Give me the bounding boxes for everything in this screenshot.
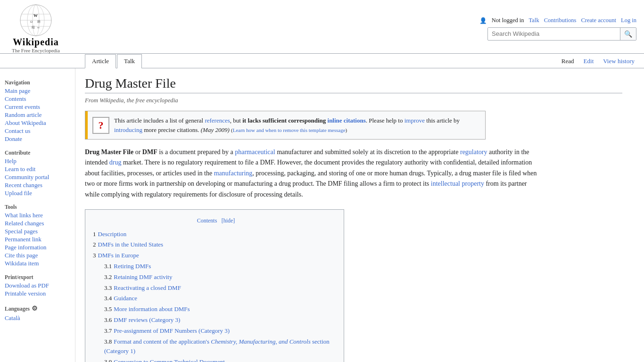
inline-citations-link[interactable]: inline citations <box>328 117 366 124</box>
toc-num: 3.9 <box>104 358 112 362</box>
tabs-row: Article Talk Read Edit View history <box>0 54 644 68</box>
toc-link-guidance[interactable]: Guidance <box>114 295 137 302</box>
notice-icon-area: ? <box>88 111 114 139</box>
tab-view-history[interactable]: View history <box>598 55 639 68</box>
sidebar-item-related-changes[interactable]: Related changes <box>5 220 75 228</box>
sidebar-item-recent-changes[interactable]: Recent changes <box>5 181 75 189</box>
log-in-link[interactable]: Log in <box>621 17 636 24</box>
toc-link-dmf-reviews[interactable]: DMF reviews (Category 3) <box>114 316 180 323</box>
sidebar-item-about-wikipedia[interactable]: About Wikipedia <box>5 119 75 127</box>
toc-num: 3.5 <box>104 305 112 313</box>
table-of-contents: Contents [hide] 1Description 2DMFs in th… <box>85 209 344 362</box>
sidebar-item-page-information[interactable]: Page information <box>5 244 75 252</box>
toc-link-retiring[interactable]: Retiring DMFs <box>114 263 151 270</box>
introducing-link[interactable]: introducing <box>114 126 142 133</box>
learn-link[interactable]: Learn how and when to remove this templa… <box>233 127 346 133</box>
print-links: Download as PDF Printable version <box>5 282 75 298</box>
user-bar: 👤 Not logged in Talk Contributions Creat… <box>479 17 636 25</box>
toc-item: 3.1Retiring DMFs <box>104 262 336 272</box>
toc-link-more-info[interactable]: More information about DMFs <box>114 305 190 313</box>
search-button[interactable]: 🔍 <box>620 28 636 40</box>
toc-sub-list: 3.1Retiring DMFs 3.2Retaining DMF activi… <box>93 262 336 362</box>
sidebar-item-community-portal[interactable]: Community portal <box>5 173 75 181</box>
sidebar-item-download-pdf[interactable]: Download as PDF <box>5 282 75 290</box>
page-subtitle: From Wikipedia, the free encyclopedia <box>85 97 622 104</box>
toc-link-reactivating[interactable]: Reactivating a closed DMF <box>114 284 181 291</box>
toc-link-format[interactable]: Format and content of the application's … <box>104 338 330 355</box>
sidebar-item-learn-to-edit[interactable]: Learn to edit <box>5 165 75 173</box>
toc-num: 3 <box>93 252 96 259</box>
toc-link-dmfs-us[interactable]: DMFs in the United States <box>98 241 164 248</box>
sidebar-item-catala[interactable]: Català <box>5 314 75 322</box>
wikipedia-logo[interactable]: W Ω 維 縦 ω <box>19 4 52 37</box>
talk-link[interactable]: Talk <box>529 17 539 24</box>
logo-area: W Ω 維 縦 ω Wikipedia The Free Encyclopedi… <box>8 4 64 53</box>
notice-box: ? This article includes a list of genera… <box>85 111 486 140</box>
toc-item: 3.7Pre-assignment of DMF Numbers (Catego… <box>104 326 336 336</box>
tools-section-title: Tools <box>5 204 75 210</box>
sidebar-item-donate[interactable]: Donate <box>5 135 75 143</box>
sidebar-item-upload-file[interactable]: Upload file <box>5 189 75 197</box>
svg-text:Ω: Ω <box>30 20 33 24</box>
manufacturing-link[interactable]: manufacturing <box>214 170 253 177</box>
toc-hide-link[interactable]: [hide] <box>222 217 235 224</box>
tab-read[interactable]: Read <box>557 55 579 68</box>
toc-num: 3.4 <box>104 295 112 302</box>
svg-text:ω: ω <box>37 25 40 29</box>
tab-article[interactable]: Article <box>85 54 116 68</box>
create-account-link[interactable]: Create account <box>581 17 616 24</box>
toc-item: 3.5More information about DMFs <box>104 304 336 314</box>
sidebar-item-wikidata-item[interactable]: Wikidata item <box>5 260 75 268</box>
page-title: Drug Master File <box>85 76 622 93</box>
intro-paragraph: Drug Master File or DMF is a document pr… <box>85 147 537 200</box>
tab-talk[interactable]: Talk <box>117 54 142 68</box>
sidebar-item-special-pages[interactable]: Special pages <box>5 228 75 236</box>
toc-link-dmfs-europe[interactable]: DMFs in Europe <box>98 252 139 259</box>
sidebar-item-contents[interactable]: Contents <box>5 95 75 103</box>
header: W Ω 維 縦 ω Wikipedia The Free Encyclopedi… <box>0 0 644 54</box>
sidebar-item-permanent-link[interactable]: Permanent link <box>5 236 75 244</box>
toc-link-pre-assignment[interactable]: Pre-assignment of DMF Numbers (Category … <box>114 327 230 334</box>
drug-link[interactable]: drug <box>109 159 122 166</box>
nav-links: Main page Contents Current events Random… <box>5 87 75 143</box>
sidebar-item-main-page[interactable]: Main page <box>5 87 75 95</box>
search-input[interactable] <box>488 28 620 40</box>
toc-link-retaining[interactable]: Retaining DMF activity <box>114 273 172 280</box>
contributions-link[interactable]: Contributions <box>544 17 577 24</box>
gear-icon[interactable]: ⚙ <box>32 304 38 313</box>
intellectual-property-link[interactable]: intellectual property <box>431 180 484 187</box>
toc-num: 3.8 <box>104 338 112 345</box>
sidebar-item-cite-this-page[interactable]: Cite this page <box>5 252 75 260</box>
toc-item: 3.8Format and content of the application… <box>104 337 336 357</box>
sidebar-item-current-events[interactable]: Current events <box>5 103 75 111</box>
toc-item: 3.6DMF reviews (Category 3) <box>104 315 336 325</box>
toc-item: 2DMFs in the United States <box>93 240 336 250</box>
tools-links: What links here Related changes Special … <box>5 212 75 268</box>
references-link[interactable]: references <box>205 117 230 124</box>
toc-num: 3.2 <box>104 273 112 280</box>
article-body: Drug Master File or DMF is a document pr… <box>85 147 537 362</box>
toc-link-conversion[interactable]: Conversion to Common Technical Document <box>114 358 225 362</box>
user-icon: 👤 <box>479 17 487 25</box>
logo-subtitle: The Free Encyclopedia <box>12 48 60 53</box>
toc-num: 2 <box>93 241 96 248</box>
sidebar-item-what-links-here[interactable]: What links here <box>5 212 75 220</box>
tab-edit[interactable]: Edit <box>579 55 599 68</box>
toc-link-description[interactable]: Description <box>98 230 127 238</box>
improve-link[interactable]: improve <box>405 117 425 124</box>
sidebar-item-help[interactable]: Help <box>5 157 75 165</box>
sidebar-item-printable-version[interactable]: Printable version <box>5 290 75 298</box>
toc-item: 1Description <box>93 230 336 239</box>
toc-item: 3.3Reactivating a closed DMF <box>104 283 336 293</box>
pharmaceutical-link[interactable]: pharmaceutical <box>235 148 275 156</box>
notice-bold: it lacks sufficient corresponding inline… <box>242 117 366 124</box>
view-tabs: Read Edit View history <box>557 55 644 68</box>
toc-item: 3.4Guidance <box>104 294 336 304</box>
sidebar-item-contact-us[interactable]: Contact us <box>5 127 75 135</box>
logo-title[interactable]: Wikipedia <box>13 37 59 48</box>
navigation-section-title: Navigation <box>5 80 75 85</box>
regulatory-link[interactable]: regulatory <box>460 148 487 156</box>
notice-text: This article includes a list of general … <box>114 111 485 139</box>
sidebar-item-random-article[interactable]: Random article <box>5 111 75 119</box>
toc-list: 1Description 2DMFs in the United States … <box>93 230 336 362</box>
